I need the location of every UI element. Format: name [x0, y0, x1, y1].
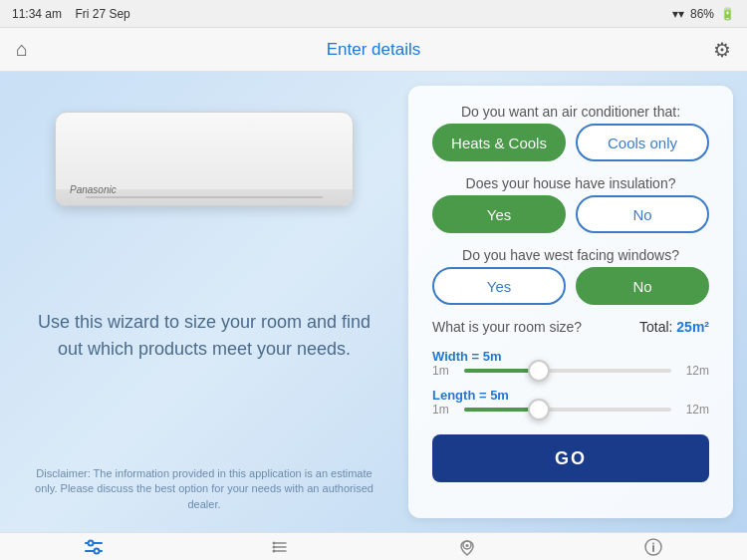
width-slider-thumb[interactable]	[528, 360, 550, 382]
main-content: Panasonic Use this wizard to size your r…	[0, 72, 747, 532]
tab-about[interactable]: About	[561, 537, 748, 560]
svg-point-7	[273, 542, 276, 545]
west-windows-group: Yes No	[432, 267, 709, 305]
width-value: 5m	[483, 349, 502, 364]
ac-unit: Panasonic	[55, 112, 354, 206]
length-slider-thumb[interactable]	[528, 399, 550, 420]
length-label: Length = 5m	[432, 388, 709, 403]
room-size-section: What is your room size? Total: 25m²	[432, 319, 709, 335]
insulation-yes-button[interactable]: Yes	[432, 195, 566, 233]
length-value: 5m	[490, 388, 509, 403]
conditioner-type-group: Heats & Cools Cools only	[432, 124, 709, 161]
wizard-text: Use this wizard to size your room and fi…	[30, 309, 378, 363]
question-1-label: Do you want an air conditioner that:	[432, 104, 709, 120]
go-button[interactable]: GO	[432, 434, 709, 482]
status-right-icons: ▾▾ 86% 🔋	[672, 7, 735, 21]
width-slider-row: 1m 12m	[432, 364, 709, 378]
selector-icon	[84, 538, 104, 560]
home-icon[interactable]: ⌂	[16, 38, 28, 61]
page-title: Enter details	[327, 40, 421, 60]
width-label: Width = 5m	[432, 349, 709, 364]
length-max-label: 12m	[679, 403, 709, 417]
room-size-row: What is your room size? Total: 25m²	[432, 319, 709, 335]
svg-point-8	[273, 546, 276, 549]
brand-name: Panasonic	[70, 184, 117, 195]
length-min-label: 1m	[432, 403, 456, 417]
tab-features[interactable]: Features	[187, 538, 374, 560]
settings-icon[interactable]: ⚙	[713, 38, 731, 62]
question-3-section: Do you have west facing windows? Yes No	[432, 247, 709, 305]
length-slider-section: Length = 5m 1m 12m	[432, 388, 709, 417]
header: ⌂ Enter details ⚙	[0, 28, 747, 72]
vent-line	[86, 196, 323, 198]
info-icon	[643, 537, 663, 560]
svg-point-2	[88, 541, 93, 546]
question-1-section: Do you want an air conditioner that: Hea…	[432, 104, 709, 161]
svg-point-14	[652, 543, 654, 545]
west-windows-yes-button[interactable]: Yes	[432, 267, 566, 305]
room-size-label: What is your room size?	[432, 319, 582, 335]
status-date: Fri 27 Sep	[75, 7, 129, 21]
width-min-label: 1m	[432, 364, 456, 378]
width-max-label: 12m	[679, 364, 709, 378]
status-bar: 11:34 am Fri 27 Sep ▾▾ 86% 🔋	[0, 0, 747, 28]
cools-only-button[interactable]: Cools only	[576, 124, 709, 161]
disclaimer-text: Disclaimer: The information provided in …	[30, 466, 378, 512]
battery-icon: 🔋	[720, 7, 735, 21]
question-2-section: Does your house have insulation? Yes No	[432, 175, 709, 233]
svg-point-11	[465, 544, 468, 547]
width-slider-track[interactable]	[464, 369, 671, 373]
tab-where-to-buy[interactable]: Where to Buy	[374, 537, 561, 560]
question-2-label: Does your house have insulation?	[432, 175, 709, 191]
ac-unit-image: Panasonic	[55, 112, 354, 206]
insulation-no-button[interactable]: No	[576, 195, 709, 233]
status-time: 11:34 am	[12, 7, 62, 21]
length-slider-track[interactable]	[464, 408, 671, 412]
svg-point-9	[273, 550, 276, 553]
length-slider-row: 1m 12m	[432, 403, 709, 417]
tab-bar: Selector Features Where to Buy	[0, 532, 747, 560]
heats-cools-button[interactable]: Heats & Cools	[432, 124, 566, 161]
tab-selector[interactable]: Selector	[0, 538, 187, 560]
room-size-value: 25m²	[676, 319, 709, 335]
width-slider-section: Width = 5m 1m 12m	[432, 349, 709, 378]
features-icon	[270, 538, 290, 560]
battery-text: 86%	[690, 7, 714, 21]
left-panel: Panasonic Use this wizard to size your r…	[0, 72, 408, 532]
right-panel: Do you want an air conditioner that: Hea…	[408, 86, 733, 518]
location-icon	[457, 537, 477, 560]
insulation-group: Yes No	[432, 195, 709, 233]
question-3-label: Do you have west facing windows?	[432, 247, 709, 263]
wifi-icon: ▾▾	[672, 7, 684, 21]
room-size-total: Total: 25m²	[639, 319, 709, 335]
sliders-section: Width = 5m 1m 12m Length = 5m 1m	[432, 349, 709, 417]
west-windows-no-button[interactable]: No	[576, 267, 709, 305]
svg-point-3	[94, 549, 99, 554]
